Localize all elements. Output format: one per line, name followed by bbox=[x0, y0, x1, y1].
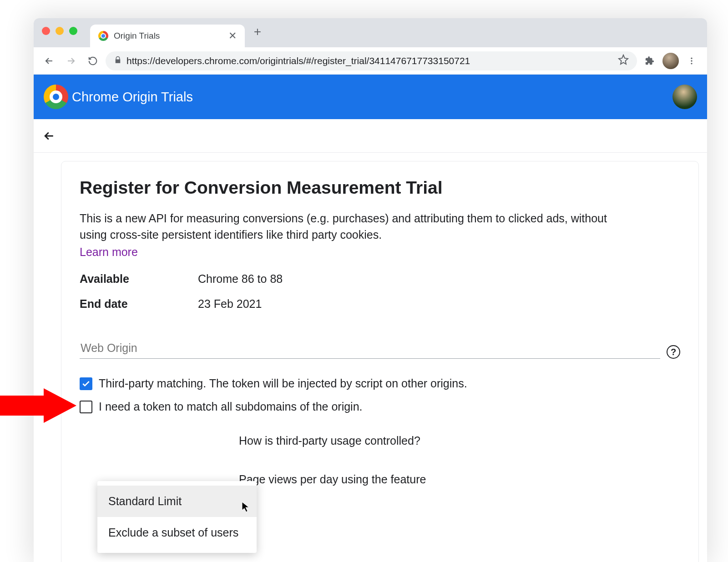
third-party-checkbox[interactable] bbox=[80, 377, 92, 390]
lock-icon bbox=[114, 55, 122, 66]
user-avatar[interactable] bbox=[672, 85, 697, 109]
minimize-window-button[interactable] bbox=[56, 27, 64, 35]
help-icon[interactable]: ? bbox=[667, 345, 680, 359]
close-window-button[interactable] bbox=[42, 27, 50, 35]
dropdown-option-standard[interactable]: Standard Limit bbox=[97, 486, 257, 517]
learn-more-link[interactable]: Learn more bbox=[80, 246, 138, 259]
annotation-arrow-icon bbox=[0, 387, 77, 424]
bookmark-star-icon[interactable] bbox=[618, 54, 629, 67]
available-value: Chrome 86 to 88 bbox=[198, 272, 680, 286]
tab-strip: Origin Trials ✕ + bbox=[34, 18, 707, 47]
browser-toolbar: https://developers.chrome.com/origintria… bbox=[34, 47, 707, 75]
svg-point-1 bbox=[691, 57, 692, 59]
chrome-favicon-icon bbox=[98, 31, 108, 41]
page-title: Register for Conversion Measurement Tria… bbox=[80, 178, 680, 198]
window-controls bbox=[42, 27, 77, 35]
end-date-value: 23 Feb 2021 bbox=[198, 297, 680, 311]
usage-limit-dropdown: Standard Limit Exclude a subset of users bbox=[97, 481, 257, 553]
browser-window: Origin Trials ✕ + https://developers.chr… bbox=[34, 18, 707, 562]
back-nav-row bbox=[34, 119, 707, 153]
app-title: Chrome Origin Trials bbox=[72, 90, 193, 105]
page-back-button[interactable] bbox=[40, 127, 58, 145]
tab-title: Origin Trials bbox=[114, 31, 160, 41]
dropdown-option-exclude[interactable]: Exclude a subset of users bbox=[97, 517, 257, 548]
cursor-icon bbox=[241, 501, 250, 513]
page-description: This is a new API for measuring conversi… bbox=[80, 211, 626, 243]
svg-marker-0 bbox=[0, 388, 76, 423]
extensions-button[interactable] bbox=[641, 52, 659, 70]
forward-button[interactable] bbox=[62, 52, 80, 70]
chrome-logo-icon bbox=[44, 85, 68, 109]
tab-close-button[interactable]: ✕ bbox=[228, 30, 237, 42]
third-party-label: Third-party matching. The token will be … bbox=[99, 377, 467, 390]
web-origin-input[interactable] bbox=[80, 338, 660, 359]
usage-question: How is third-party usage controlled? bbox=[239, 434, 680, 447]
end-date-label: End date bbox=[80, 297, 198, 311]
pageviews-label: Page views per day using the feature bbox=[239, 473, 680, 486]
browser-tab[interactable]: Origin Trials ✕ bbox=[90, 25, 245, 47]
new-tab-button[interactable]: + bbox=[248, 25, 268, 39]
trial-meta: Available Chrome 86 to 88 End date 23 Fe… bbox=[80, 272, 680, 311]
url-text: https://developers.chrome.com/origintria… bbox=[126, 55, 470, 66]
available-label: Available bbox=[80, 272, 198, 286]
address-bar[interactable]: https://developers.chrome.com/origintria… bbox=[106, 51, 637, 70]
maximize-window-button[interactable] bbox=[69, 27, 77, 35]
back-button[interactable] bbox=[40, 52, 58, 70]
reload-button[interactable] bbox=[84, 52, 102, 70]
profile-avatar[interactable] bbox=[662, 53, 679, 69]
chrome-menu-button[interactable] bbox=[682, 52, 701, 70]
subdomains-checkbox[interactable] bbox=[80, 401, 92, 413]
app-header: Chrome Origin Trials bbox=[34, 75, 707, 119]
svg-point-3 bbox=[691, 63, 692, 64]
svg-point-2 bbox=[691, 60, 692, 61]
subdomains-label: I need a token to match all subdomains o… bbox=[99, 400, 363, 413]
